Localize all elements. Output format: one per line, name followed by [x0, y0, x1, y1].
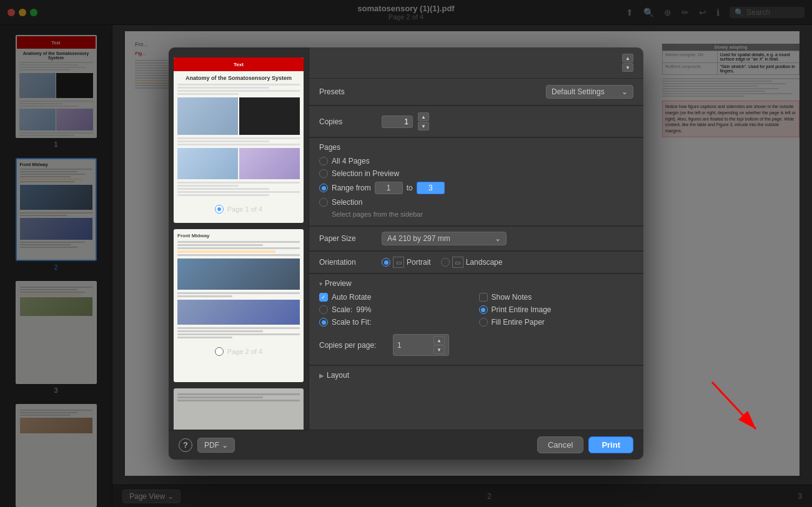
paper-size-row: Paper Size A4 210 by 297 mm ⌄: [309, 227, 643, 251]
layout-section-header[interactable]: ▶ Layout: [319, 371, 633, 380]
selection-preview-label: Selection in Preview: [332, 169, 399, 178]
selection-radio-row[interactable]: Selection: [319, 198, 633, 207]
show-notes-row[interactable]: Show Notes: [479, 293, 634, 302]
dialog-preview-page1[interactable]: Text Anatomy of the Somatosensory System: [174, 57, 304, 223]
layout-section: ▶ Layout: [309, 366, 643, 390]
orientation-row: Orientation ▭ Portrait ▭ Landscape: [309, 252, 643, 273]
preview-header-text: Text: [234, 62, 244, 67]
preview-settings-section: ▾ Preview Auto Rotate: [309, 274, 643, 365]
portrait-radio[interactable]: [382, 258, 390, 267]
paper-size-control: A4 210 by 297 mm ⌄: [382, 232, 633, 245]
paper-size-select[interactable]: A4 210 by 297 mm ⌄: [382, 232, 507, 245]
fill-entire-paper-row: Fill Entire Paper: [479, 318, 634, 327]
range-to-input[interactable]: [417, 182, 445, 194]
preview-settings-grid: Auto Rotate Scale: 99% Scale: [319, 293, 633, 360]
copies-per-page-value: 1: [397, 341, 402, 350]
print-entire-image-label: Print Entire Image: [492, 305, 552, 314]
svg-line-1: [712, 382, 756, 429]
dialog-actions: Cancel Print: [537, 436, 633, 453]
landscape-radio[interactable]: [441, 258, 450, 267]
print-entire-image-row: Print Entire Image: [479, 305, 634, 314]
print-entire-image-radio[interactable]: [479, 305, 488, 314]
selection-radio[interactable]: [319, 198, 328, 207]
orientation-control: ▭ Portrait ▭ Landscape: [382, 257, 633, 268]
show-notes-label: Show Notes: [492, 293, 532, 302]
portrait-icon: ▭: [393, 257, 404, 268]
scale-to-fit-label: Scale to Fit:: [332, 318, 371, 327]
page2-radio[interactable]: [215, 347, 224, 356]
selection-preview-radio[interactable]: [319, 169, 328, 178]
preview-page1-image: [177, 97, 300, 135]
copies-per-page-row: Copies per page: 1 ▲ ▼: [319, 330, 474, 360]
auto-rotate-row[interactable]: Auto Rotate: [319, 293, 474, 302]
copies-stepper[interactable]: ▲ ▼: [418, 112, 429, 130]
page1-radio[interactable]: [215, 205, 224, 214]
auto-rotate-label: Auto Rotate: [332, 293, 371, 302]
preview-page1-body: Anatomy of the Somatosensory System: [174, 71, 304, 201]
copies-stepper-up[interactable]: ▲: [418, 112, 429, 121]
stepper-up[interactable]: ▲: [622, 54, 633, 62]
presets-chevron-icon: ⌄: [621, 87, 628, 96]
scale-label: Scale:: [332, 305, 352, 314]
copies-label: Copies: [319, 117, 382, 126]
all-pages-label: All 4 Pages: [332, 157, 370, 165]
auto-rotate-checkbox[interactable]: [319, 293, 328, 302]
scale-radio[interactable]: [319, 305, 328, 314]
top-stepper[interactable]: ▲ ▼: [622, 54, 633, 72]
pages-section: Pages All 4 Pages Selection in Preview: [309, 138, 643, 226]
copies-control: ▲ ▼: [382, 112, 633, 130]
paper-size-chevron-icon: ⌄: [495, 234, 501, 243]
preview-page1-title: Anatomy of the Somatosensory System: [177, 75, 300, 81]
range-to-label: to: [407, 184, 413, 192]
cancel-button[interactable]: Cancel: [537, 436, 583, 453]
presets-value: Default Settings: [552, 87, 605, 96]
copies-stepper-down[interactable]: ▼: [418, 122, 429, 130]
landscape-label: Landscape: [466, 258, 503, 267]
preview-section-header[interactable]: ▾ Preview: [319, 279, 633, 288]
preview-page2-body: Front Midway: [174, 229, 304, 343]
settings-panel: ▲ ▼ Presets Default Settings ⌄ Copies: [309, 47, 643, 460]
scale-to-fit-radio[interactable]: [319, 318, 328, 327]
page1-radio-row[interactable]: Page 1 of 4: [174, 201, 304, 217]
stepper-down[interactable]: ▼: [622, 63, 633, 72]
red-arrow-annotation: [700, 370, 775, 445]
print-dialog: Text Anatomy of the Somatosensory System: [169, 47, 643, 460]
dialog-overlay: Text Anatomy of the Somatosensory System: [0, 0, 812, 507]
dialog-bottom-bar: ? PDF ⌄ Cancel Print: [309, 430, 643, 460]
all-pages-radio-row[interactable]: All 4 Pages: [319, 157, 633, 165]
preview-chevron-icon: ▾: [319, 280, 322, 287]
page2-radio-row[interactable]: Page 2 of 4: [174, 343, 304, 360]
copies-per-page-input[interactable]: 1 ▲ ▼: [393, 334, 449, 356]
paper-size-value: A4 210 by 297 mm: [387, 234, 450, 243]
dialog-preview-page2[interactable]: Front Midway Page: [174, 229, 304, 382]
preview-header-bar: Text: [174, 57, 304, 71]
settings-scroll[interactable]: Presets Default Settings ⌄ Copies ▲ ▼: [309, 79, 643, 460]
presets-label: Presets: [319, 87, 541, 96]
copies-per-page-label: Copies per page:: [319, 341, 388, 350]
all-pages-radio[interactable]: [319, 157, 328, 165]
range-from-input[interactable]: [375, 182, 403, 194]
layout-section-label: Layout: [327, 371, 349, 380]
page2-radio-label: Page 2 of 4: [227, 348, 262, 355]
copies-per-stepper-down[interactable]: ▼: [433, 345, 445, 354]
portrait-option[interactable]: ▭ Portrait: [382, 257, 431, 268]
print-button[interactable]: Print: [588, 436, 633, 453]
scale-to-fit-row: Scale to Fit:: [319, 318, 474, 327]
layout-chevron-icon: ▶: [319, 372, 324, 379]
presets-select[interactable]: Default Settings ⌄: [546, 85, 633, 99]
landscape-option[interactable]: ▭ Landscape: [441, 257, 503, 268]
selection-preview-radio-row[interactable]: Selection in Preview: [319, 169, 633, 178]
preview-settings-right: Show Notes Print Entire Image Fill Entir…: [479, 293, 634, 360]
range-radio[interactable]: [319, 184, 328, 192]
show-notes-checkbox[interactable]: [479, 293, 488, 302]
range-radio-row[interactable]: Range from to: [319, 182, 633, 194]
portrait-label: Portrait: [407, 258, 431, 267]
range-label: Range from: [332, 184, 371, 192]
fill-entire-paper-label: Fill Entire Paper: [492, 318, 545, 327]
presets-row: Presets Default Settings ⌄: [309, 79, 643, 106]
copies-input[interactable]: [382, 116, 413, 128]
copies-per-stepper-up[interactable]: ▲: [433, 336, 445, 345]
preview-settings-left: Auto Rotate Scale: 99% Scale: [319, 293, 474, 360]
fill-entire-paper-radio[interactable]: [479, 318, 488, 327]
copies-per-stepper[interactable]: ▲ ▼: [433, 336, 445, 354]
